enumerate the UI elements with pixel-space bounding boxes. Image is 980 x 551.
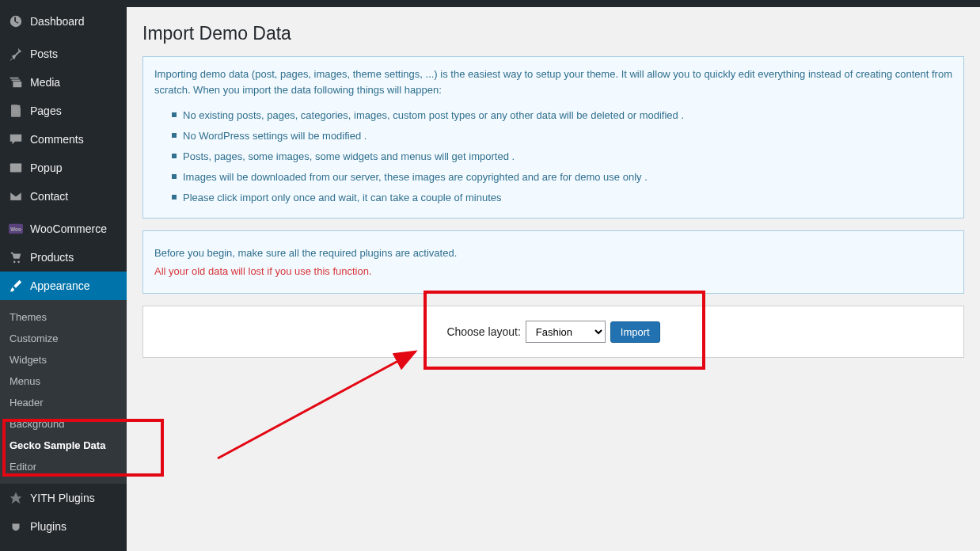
sidebar-item-label: YITH Plugins <box>30 492 95 504</box>
sidebar-item-label: Comments <box>30 133 84 146</box>
sidebar-item-dashboard[interactable]: Dashboard <box>0 7 127 36</box>
info-list: No existing posts, pages, categories, im… <box>183 105 952 208</box>
submenu-header[interactable]: Header <box>0 392 127 413</box>
submenu-widgets[interactable]: Widgets <box>0 349 127 370</box>
admin-topbar <box>0 0 980 7</box>
sidebar-item-label: Plugins <box>30 520 66 533</box>
sidebar-item-label: Dashboard <box>30 15 85 28</box>
sidebar-item-label: Popup <box>30 162 62 174</box>
info-intro: Importing demo data (post, pages, images… <box>154 66 952 97</box>
submenu-gecko-sample-data[interactable]: Gecko Sample Data <box>0 435 127 456</box>
plugin-icon <box>8 519 24 534</box>
submenu-menus[interactable]: Menus <box>0 370 127 392</box>
info-bullet: Please click import only once and wait, … <box>183 188 952 208</box>
warning-line-1: Before you begin, make sure all the requ… <box>154 247 952 259</box>
popup-icon <box>8 160 24 176</box>
woo-icon: Woo <box>8 221 24 237</box>
dashboard-icon <box>8 13 24 29</box>
info-bullet: No WordPress settings will be modified . <box>183 126 952 146</box>
brush-icon <box>8 278 24 294</box>
sidebar-item-comments[interactable]: Comments <box>0 125 127 154</box>
content-area: Import Demo Data Importing demo data (po… <box>127 7 980 551</box>
warning-box: Before you begin, make sure all the requ… <box>142 230 964 294</box>
choose-layout-label: Choose layout: <box>446 325 520 338</box>
sidebar-item-label: Pages <box>30 104 62 117</box>
sidebar-item-contact[interactable]: Contact <box>0 182 127 211</box>
sidebar-item-posts[interactable]: Posts <box>0 40 127 68</box>
sidebar-item-label: WooCommerce <box>30 222 107 235</box>
svg-rect-2 <box>10 164 21 166</box>
main-container: Dashboard Posts Media Pages Commen <box>0 7 980 551</box>
sidebar-item-plugins[interactable]: Plugins <box>0 512 127 541</box>
sidebar-item-label: Posts <box>30 48 58 60</box>
comments-icon <box>8 131 24 147</box>
sidebar-item-label: Appearance <box>30 279 90 292</box>
warning-line-2: All your old data will lost if you use t… <box>154 265 952 277</box>
sidebar-item-pages[interactable]: Pages <box>0 97 127 125</box>
info-bullet: Images will be downloaded from our serve… <box>183 167 952 188</box>
submenu-background[interactable]: Background <box>0 413 127 435</box>
page-title: Import Demo Data <box>142 23 964 44</box>
pin-icon <box>8 46 24 62</box>
info-bullet: Posts, pages, some images, some widgets … <box>183 146 952 167</box>
layout-select[interactable]: Fashion <box>526 321 606 343</box>
sidebar-item-appearance[interactable]: Appearance <box>0 272 127 300</box>
media-icon <box>8 74 24 90</box>
sidebar-item-label: Products <box>30 251 74 264</box>
sidebar-item-popup[interactable]: Popup <box>0 154 127 182</box>
sidebar-item-label: Contact <box>30 190 68 203</box>
import-button[interactable]: Import <box>610 321 660 343</box>
submenu-customize[interactable]: Customize <box>0 328 127 349</box>
yith-icon <box>8 490 24 506</box>
sidebar-item-yith[interactable]: YITH Plugins <box>0 484 127 512</box>
sidebar-item-media[interactable]: Media <box>0 68 127 97</box>
import-panel: Choose layout: Fashion Import <box>142 306 964 358</box>
products-icon <box>8 249 24 265</box>
svg-rect-0 <box>12 105 21 116</box>
admin-sidebar: Dashboard Posts Media Pages Commen <box>0 7 127 551</box>
submenu-themes[interactable]: Themes <box>0 306 127 328</box>
pages-icon <box>8 103 24 119</box>
sidebar-item-products[interactable]: Products <box>0 243 127 272</box>
envelope-icon <box>8 188 24 204</box>
svg-line-6 <box>218 352 416 458</box>
appearance-submenu: Themes Customize Widgets Menus Header Ba… <box>0 300 127 484</box>
svg-text:Woo: Woo <box>10 226 21 232</box>
info-bullet: No existing posts, pages, categories, im… <box>183 105 952 126</box>
info-box: Importing demo data (post, pages, images… <box>142 56 964 218</box>
sidebar-item-label: Media <box>30 76 60 89</box>
sidebar-item-woocommerce[interactable]: Woo WooCommerce <box>0 215 127 243</box>
submenu-editor[interactable]: Editor <box>0 456 127 477</box>
